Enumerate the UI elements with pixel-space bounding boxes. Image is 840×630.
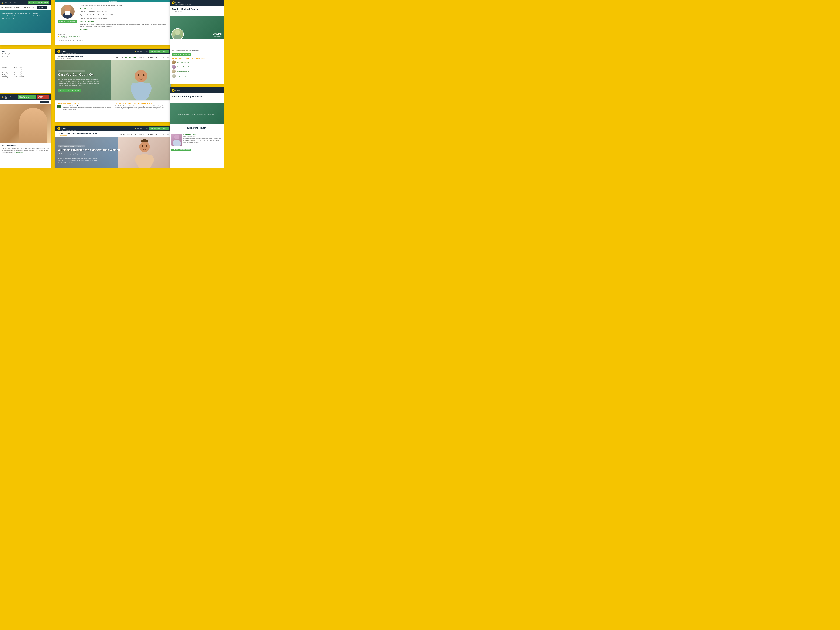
hours-wednesday: 8:15am - 4:30pm — [12, 70, 49, 72]
award-name: Washingtonian Magazine Top Doctor — [60, 36, 83, 37]
provider-name-2[interactable]: Nancy Kadowitz, MD — [177, 71, 190, 72]
news-item-text-cm: Our offices will make every attempt to s… — [63, 107, 111, 111]
nav-about-bl[interactable]: About Us — [2, 101, 7, 103]
specialty-tag-rm: FAMILY MEDICINE — [172, 98, 222, 100]
office-directions-link[interactable]: ctions — [2, 58, 49, 60]
news-item-cm: MAR 1 Inclement Weather Policy Our offic… — [57, 105, 111, 111]
cardiology-header: CARDIOLOGY — [55, 0, 171, 2]
provider-avatar-0 — [172, 60, 176, 64]
nav-contact-us-tl[interactable]: Contact Us — [37, 6, 47, 9]
hours-row-monday: Monday 8:15am - 4:30pm — [2, 66, 49, 68]
practice-info-bl: neU Aesthetics d by Dr. David Duhamel an… — [0, 143, 51, 155]
nav-services-bl[interactable]: Services — [20, 101, 25, 103]
provider-name-3[interactable]: Holly McClain, RN, IBCLC — [177, 75, 193, 77]
board-cert-2-ct: Diplomate, American Board of Internal Me… — [80, 14, 168, 16]
hero-cb: NOW ACCEPTING NEW PATIENTS A Female Phys… — [55, 137, 171, 168]
nav-patient-resources-cm[interactable]: Patient Resources — [146, 56, 159, 58]
practice-title-cb: Tyson's Gynecology and Menopause Center — [57, 132, 98, 134]
nav-about-cm[interactable]: About Us — [116, 56, 123, 58]
make-appt-btn-cb[interactable]: MAKE AN APPOINTMENT — [149, 127, 169, 130]
nav-contact-us-cb[interactable]: Contact Us — [161, 133, 169, 135]
hero-photo-rm: "These guys have been my family doctor s… — [170, 103, 224, 124]
privia-header-cm: PRIVIA PRIVIA MEDICAL GROUP 🔒 PATIENT LO… — [55, 49, 171, 54]
doctor-info-ct: "I welcome patients who wish to partner … — [80, 5, 168, 31]
nav-patient-resources-tl[interactable]: Patient Resources — [22, 7, 35, 8]
nav-links-cm: About Us Meet the Team Services Patient … — [116, 56, 169, 58]
hero-appt-btn-cm[interactable]: MAKE AN APPOINTMENT — [58, 88, 81, 92]
nav-contact-us-bl[interactable]: Contact Us — [40, 101, 49, 103]
nav-services-cb[interactable]: Services — [138, 133, 144, 135]
teal-quote-section-tl: the few years that I lived out of town, … — [0, 10, 51, 33]
board-certs-text-rt: Pediatrics — [172, 44, 222, 46]
make-appt-btn-rm[interactable]: MAKE AN APPOINTMENT — [172, 148, 191, 151]
privia-logo-rt: PRIVIA PRIVIA MEDICAL GROUP — [172, 1, 192, 5]
provider-name-0[interactable]: Dan Finkelstein, MD — [177, 62, 189, 63]
privia-group-title-cm: WE ARE NOW PART OF PRIVIA MEDICAL GROUP — [115, 103, 169, 104]
make-appt-btn-bl[interactable]: MAKE AN APPOINTMENT — [18, 95, 36, 99]
news-section-cm: NEWS & ANNOUNCEMENTS MAR 1 Inclement Wea… — [55, 101, 171, 112]
patient-login-label[interactable]: PATIENT LOGIN — [5, 2, 17, 3]
svg-point-9 — [145, 83, 152, 93]
day-tuesday: Tuesday — [2, 68, 12, 70]
hero-badge-cb: NOW ACCEPTING NEW PATIENTS — [58, 145, 85, 147]
privia-logo-text-cb: PRIVIA — [61, 127, 67, 129]
hero-woman-image — [118, 137, 171, 168]
urgent-care-btn-bl[interactable]: URGENT CARE — [37, 95, 49, 99]
patient-login-cb[interactable]: 🔒 PATIENT LOGIN — [135, 128, 147, 129]
doctor-photo-rt: Ana Mar PEDIATRICS — [170, 16, 224, 39]
screenshot-container: 🔒 PATIENT LOGIN MAKE AN APPOINTMENT Meet… — [0, 0, 224, 168]
patient-login-cm[interactable]: 🔒 PATIENT LOGIN — [135, 51, 147, 52]
make-appt-btn-cm[interactable]: MAKE AN APPOINTMENT — [149, 50, 169, 53]
svg-point-14 — [146, 145, 147, 147]
hours-friday: 8:15am - 4:30pm — [12, 74, 49, 76]
privia-group-text-cm: Privia Medical Group is a high-performan… — [115, 105, 169, 109]
specialty-tag-rt: PEDIATRICS — [172, 11, 222, 13]
woman-shape — [19, 108, 47, 143]
nav-patient-resources-bl[interactable]: Patient Resources — [27, 101, 38, 103]
doctor-cert-rm: CERTIFIED FAMILY... — [183, 136, 222, 137]
svg-point-15 — [135, 155, 142, 164]
panel-bottom-left: 🔒 PATIENT LOGIN MAKE AN APPOINTMENT URGE… — [0, 95, 51, 168]
award-icon: ★ — [58, 36, 60, 38]
hero-text-cb: NOW ACCEPTING NEW PATIENTS A Female Phys… — [58, 144, 120, 163]
privia-logo-rm: PRIVIA PRIVIA MEDICAL GROUP — [172, 88, 192, 93]
news-item-title-cm: Inclement Weather Policy — [63, 105, 111, 107]
doctor-spec-overlay-rt: PEDIATRICS — [214, 36, 222, 37]
make-appt-btn-rt[interactable]: MAKE AN APPOINTMENT — [172, 53, 191, 56]
provider-name-1[interactable]: Sheanita Howard, MD — [177, 66, 190, 68]
privia-logo-circle — [57, 50, 60, 53]
panel-top-left: 🔒 PATIENT LOGIN MAKE AN APPOINTMENT Meet… — [0, 0, 51, 46]
make-appt-btn-ct[interactable]: MAKE AN APPOINTMENT — [58, 20, 77, 23]
practice-title-block-cm: Annandale Family Medicine FAMILY MEDICIN… — [57, 55, 83, 59]
hero-child-image — [111, 60, 171, 101]
privia-logo-text-rt: PRIVIA — [175, 2, 181, 3]
patient-login-bl[interactable]: PATIENT LOGIN — [5, 95, 16, 99]
nav-meet-team-tl[interactable]: Meet the Team — [2, 7, 12, 8]
nav-meet-team-cm[interactable]: Meet the Team — [125, 56, 136, 58]
svg-point-8 — [131, 83, 137, 93]
svg-point-22 — [172, 140, 181, 146]
areas-expertise-title-ct: Areas of Expertise — [80, 21, 168, 22]
office-phone-1: (703) 941-0267 — [2, 60, 49, 62]
privia-logo-sub-rm: PRIVIA MEDICAL GROUP — [175, 92, 192, 93]
hours-monday: 8:15am - 4:30pm — [12, 66, 49, 68]
nav-about-cb[interactable]: About Us — [118, 133, 125, 135]
make-appointment-button-tl[interactable]: MAKE AN APPOINTMENT — [28, 2, 49, 4]
doctor-card-rm: Chanda Athale CERTIFIED FAMILY... Chanda… — [170, 132, 224, 147]
areas-expertise-text-ct: Interventional cardiology, enhanced coun… — [80, 23, 168, 27]
nav-services-cm[interactable]: Services — [138, 56, 144, 58]
nav-meet-team-bl[interactable]: Meet the Team — [9, 101, 18, 103]
svg-point-13 — [142, 145, 143, 147]
nav-services-tl[interactable]: Services — [14, 7, 20, 8]
board-cert-1-ct: Diplomate, Cardiovascular Diseases, 1984 — [80, 10, 168, 13]
doctor-name-rm: Chanda Athale — [183, 134, 222, 136]
nav-patient-resources-cb[interactable]: Patient Resources — [146, 133, 159, 135]
nav-contact-us-cm[interactable]: Contact Us — [161, 56, 169, 58]
hero-desc-cb: Whether you are a young adult, peri-meno… — [58, 153, 100, 163]
hero-title-cb: A Female Physician Who Understands Women — [58, 148, 120, 152]
nav-meet-dr-cb[interactable]: Meet Dr. Hall — [126, 133, 136, 135]
rm-body: Annandale Family Medicine FAMILY MEDICIN… — [170, 93, 224, 103]
areas-text-rt: Infant development Breastfeeding advoca.… — [172, 49, 222, 51]
hours-table: Monday 8:15am - 4:30pm Tuesday 8:15am - … — [2, 66, 49, 78]
read-more-link-bl[interactable]: Read More — [16, 152, 23, 153]
